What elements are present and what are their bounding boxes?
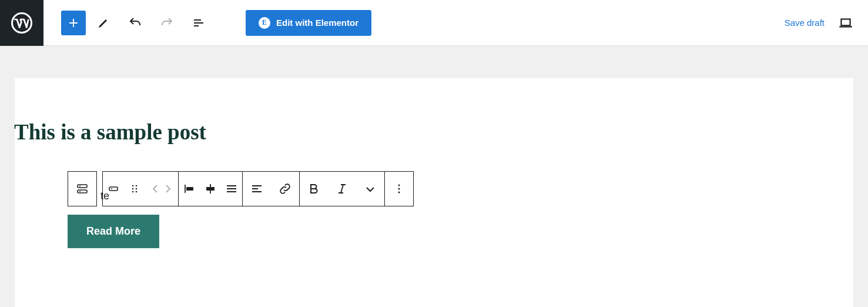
block-toolbar <box>68 171 853 206</box>
undo-button[interactable] <box>121 9 149 37</box>
toolbar-group-block <box>68 171 97 206</box>
save-draft-button[interactable]: Save draft <box>785 18 825 28</box>
plus-icon <box>66 16 81 30</box>
undo-icon <box>128 16 142 30</box>
wordpress-icon <box>11 12 32 34</box>
svg-point-10 <box>132 188 134 190</box>
link-button[interactable] <box>271 172 299 206</box>
more-text-button[interactable] <box>356 172 384 206</box>
redo-button[interactable] <box>153 9 181 37</box>
toolbar-group-text <box>299 171 385 206</box>
document-outline-button[interactable] <box>185 9 213 37</box>
editor-area: This is a sample post te <box>0 46 868 307</box>
redo-icon <box>160 16 174 30</box>
svg-point-9 <box>136 185 138 187</box>
chevron-down-icon <box>363 182 377 196</box>
svg-point-7 <box>111 188 112 189</box>
edit-mode-button[interactable] <box>89 9 118 37</box>
list-icon <box>192 16 206 30</box>
italic-icon <box>335 182 349 196</box>
button-block-icon <box>75 182 89 196</box>
align-justify-icon <box>224 182 239 196</box>
more-options-button[interactable] <box>385 172 413 206</box>
svg-rect-1 <box>841 19 850 25</box>
elementor-icon: E <box>259 17 270 29</box>
svg-point-11 <box>136 188 138 190</box>
post-canvas: This is a sample post te <box>15 78 853 307</box>
svg-point-12 <box>132 191 134 193</box>
toolbar-group-more <box>384 171 414 206</box>
svg-rect-6 <box>109 187 118 191</box>
read-more-button[interactable]: Read More <box>68 215 159 248</box>
pencil-icon <box>96 16 110 30</box>
toolbar-left: E Edit with Elementor <box>43 9 371 37</box>
laptop-icon <box>838 15 853 31</box>
preview-button[interactable] <box>835 12 856 34</box>
toolbar-group-transform <box>102 171 179 206</box>
move-down-button[interactable] <box>157 172 178 206</box>
svg-rect-2 <box>78 185 87 188</box>
elementor-label: Edit with Elementor <box>276 18 358 28</box>
svg-point-16 <box>398 192 400 193</box>
link-icon <box>278 182 292 196</box>
toolbar-group-align <box>178 171 243 206</box>
bold-button[interactable] <box>300 172 328 206</box>
align-center-icon <box>203 182 217 196</box>
text-align-icon <box>250 182 264 196</box>
svg-point-14 <box>398 185 400 186</box>
drag-icon <box>128 182 142 196</box>
svg-point-8 <box>132 185 134 187</box>
bold-icon <box>307 182 321 196</box>
italic-button[interactable] <box>328 172 356 206</box>
edit-elementor-button[interactable]: E Edit with Elementor <box>246 10 371 36</box>
align-left-button[interactable] <box>179 172 200 206</box>
align-left-icon <box>182 182 196 196</box>
chevron-right-icon <box>160 182 175 196</box>
hidden-text-fragment: te <box>100 190 109 202</box>
toolbar-right: Save draft <box>785 12 868 34</box>
editor-top-bar: E Edit with Elementor Save draft <box>0 0 868 46</box>
svg-rect-3 <box>78 190 87 193</box>
align-right-button[interactable] <box>221 172 242 206</box>
block-type-button[interactable] <box>68 172 96 206</box>
svg-point-13 <box>136 191 138 193</box>
drag-handle[interactable] <box>124 172 145 206</box>
svg-point-4 <box>79 186 81 187</box>
svg-point-15 <box>398 188 400 190</box>
text-align-button[interactable] <box>243 172 271 206</box>
more-vertical-icon <box>392 182 406 196</box>
toolbar-group-format <box>242 171 300 206</box>
align-center-button[interactable] <box>200 172 221 206</box>
svg-point-5 <box>79 191 81 192</box>
wordpress-logo[interactable] <box>0 0 43 46</box>
add-block-button[interactable] <box>61 11 86 35</box>
post-title[interactable]: This is a sample post <box>14 78 853 145</box>
